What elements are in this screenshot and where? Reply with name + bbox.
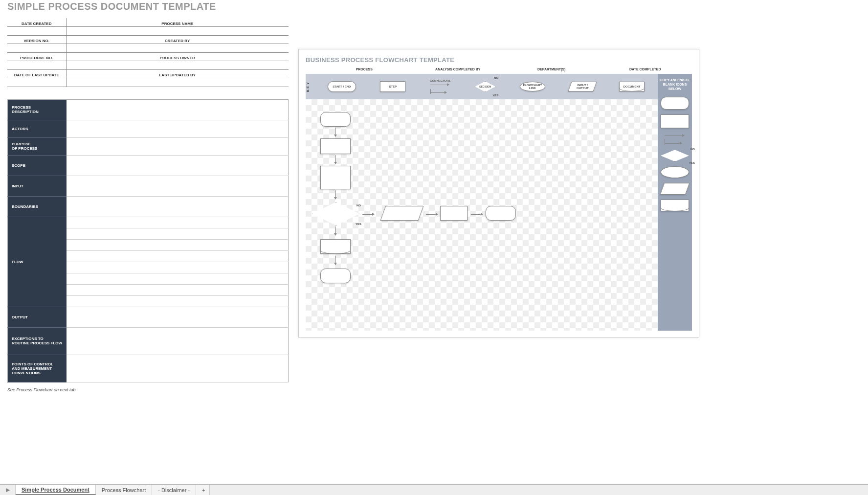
section-value[interactable] (67, 99, 289, 120)
no-label: NO (690, 148, 695, 151)
section-label: BOUNDARIES (8, 196, 67, 217)
section-label: POINTS OF CONTROL AND MEASUREMENT CONVEN… (8, 355, 67, 382)
canvas-io[interactable] (380, 206, 424, 221)
arrow-down-icon (333, 155, 338, 164)
flowchart-panel: BUSINESS PROCESS FLOWCHART TEMPLATE PROC… (298, 49, 699, 338)
process-icon: STEP (380, 81, 405, 92)
meta-label: DATE OF LAST UPDATE (7, 69, 66, 78)
yes-label: YES (356, 223, 361, 225)
flowchart-meta: PROCESS ANALYSIS COMPLETED BY DEPARTMENT… (306, 68, 692, 71)
section-value[interactable] (67, 155, 289, 176)
arrow-right-icon (426, 213, 438, 216)
section-value[interactable] (67, 239, 289, 250)
canvas-process[interactable] (320, 166, 351, 189)
fc-meta-label: PROCESS (317, 68, 411, 71)
canvas-document[interactable] (320, 239, 351, 254)
palette-connectors[interactable] (663, 133, 687, 145)
palette-document[interactable] (661, 200, 689, 211)
meta-value[interactable] (7, 44, 66, 52)
key-label: KEY (306, 81, 314, 92)
arrow-down-icon (333, 256, 338, 265)
section-value[interactable] (67, 250, 289, 262)
section-value[interactable] (67, 262, 289, 273)
arrow-right-icon (362, 213, 375, 216)
palette-title: COPY AND PASTE BLANK ICONS BELOW (658, 78, 692, 92)
arrow-down-icon (333, 226, 338, 236)
sheet-tabs: ▶ Simple Process DocumentProcess Flowcha… (0, 484, 868, 495)
key-band: KEY START / END STEP CONNECTORS NO (306, 74, 658, 99)
meta-value[interactable] (66, 44, 289, 52)
flowchart-title: BUSINESS PROCESS FLOWCHART TEMPLATE (306, 56, 692, 64)
meta-label: DATE CREATED (7, 18, 66, 26)
shape-palette: COPY AND PASTE BLANK ICONS BELOW NO YES (658, 74, 692, 331)
section-value[interactable] (67, 307, 289, 327)
palette-terminator[interactable] (661, 97, 689, 110)
palette-process[interactable] (661, 114, 689, 128)
section-value[interactable] (67, 196, 289, 217)
section-value[interactable] (67, 137, 289, 155)
section-value[interactable] (67, 120, 289, 137)
oval-icon: FLOWCHART LINK (520, 82, 545, 91)
meta-value[interactable] (7, 26, 66, 35)
section-value[interactable] (67, 284, 289, 295)
no-label: NO (494, 76, 498, 79)
document-icon: DOCUMENT (619, 82, 645, 91)
yes-label: YES (492, 94, 498, 97)
palette-oval[interactable] (661, 166, 689, 178)
meta-value[interactable] (66, 78, 289, 87)
meta-value[interactable] (66, 26, 289, 35)
fc-meta-label: DEPARTMENT(S) (505, 68, 599, 71)
sheet-tab[interactable]: Process Flowchart (96, 485, 152, 495)
sections-table: PROCESS DESCRIPTIONACTORSPURPOSE OF PROC… (7, 99, 289, 382)
meta-value[interactable] (66, 61, 289, 69)
meta-label: PROCESS OWNER (66, 52, 289, 61)
tab-scroll-right-icon[interactable]: ▶ (0, 485, 16, 495)
canvas-process[interactable] (440, 206, 467, 221)
section-label: FLOW (8, 217, 67, 307)
section-value[interactable] (67, 355, 289, 382)
section-value[interactable] (67, 295, 289, 307)
add-sheet-button[interactable]: + (196, 485, 210, 495)
section-label: PURPOSE OF PROCESS (8, 137, 67, 155)
footnote: See Process Flowchart on next tab (7, 387, 289, 392)
process-document: SIMPLE PROCESS DOCUMENT TEMPLATE DATE CR… (7, 1, 289, 392)
sheet-tab[interactable]: Simple Process Document (16, 485, 96, 495)
section-label: SCOPE (8, 155, 67, 176)
meta-table: DATE CREATEDPROCESS NAME VERSION NO.CREA… (7, 18, 289, 87)
key-items: START / END STEP CONNECTORS NO DECISION (314, 79, 658, 94)
meta-label: LAST UPDATED BY (66, 69, 289, 78)
canvas-terminator[interactable] (320, 269, 351, 283)
meta-value[interactable] (7, 61, 66, 69)
terminator-icon: START / END (328, 81, 356, 92)
meta-label: CREATED BY (66, 35, 289, 44)
section-value[interactable] (67, 228, 289, 239)
palette-diamond[interactable] (661, 150, 689, 161)
arrow-down-icon (333, 128, 338, 137)
section-label: PROCESS DESCRIPTION (8, 99, 67, 120)
diamond-icon: DECISION (475, 81, 495, 92)
flowchart-canvas[interactable]: NO YES (306, 99, 658, 331)
meta-label: VERSION NO. (7, 35, 66, 44)
sheet-tab[interactable]: - Disclaimer - (152, 485, 196, 495)
fc-meta-label: DATE COMPLETED (599, 68, 692, 71)
parallelogram-icon: INPUT / OUTPUT (568, 82, 597, 91)
section-value[interactable] (67, 327, 289, 355)
section-value[interactable] (67, 176, 289, 196)
canvas-decision[interactable] (312, 202, 359, 225)
connector-label: CONNECTORS (430, 79, 451, 82)
arrow-right-icon (471, 213, 483, 216)
doc-title: SIMPLE PROCESS DOCUMENT TEMPLATE (7, 1, 289, 12)
arrow-down-icon (333, 190, 338, 200)
section-value[interactable] (67, 273, 289, 284)
yes-label: YES (689, 161, 695, 164)
section-value[interactable] (67, 217, 289, 228)
canvas-process[interactable] (320, 138, 351, 154)
fc-meta-label: ANALYSIS COMPLETED BY (411, 68, 505, 71)
no-label: NO (356, 204, 361, 207)
section-label: OUTPUT (8, 307, 67, 327)
canvas-terminator[interactable] (320, 112, 351, 127)
section-label: ACTORS (8, 120, 67, 137)
canvas-terminator[interactable] (486, 206, 516, 221)
meta-value[interactable] (7, 78, 66, 87)
palette-parallelogram[interactable] (660, 183, 690, 195)
